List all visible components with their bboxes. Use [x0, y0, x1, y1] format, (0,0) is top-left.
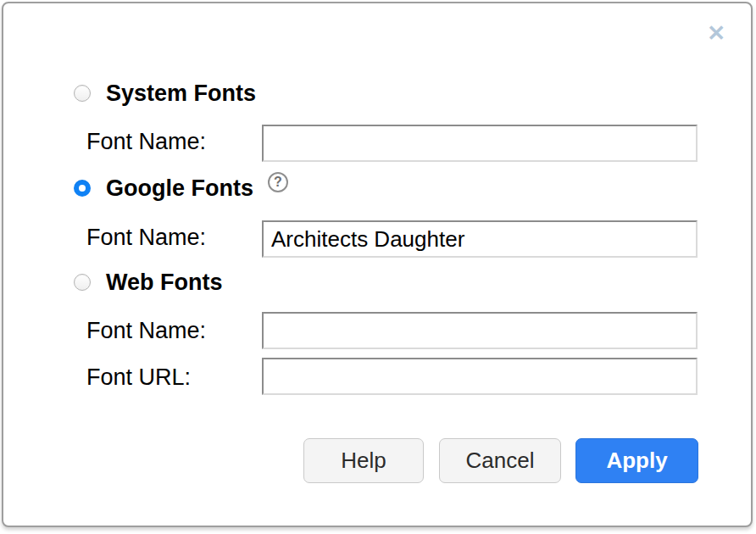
help-icon[interactable]: ? [268, 172, 288, 192]
system-font-name-label: Font Name: [86, 128, 206, 155]
help-button[interactable]: Help [303, 438, 424, 483]
radio-selected-icon[interactable] [74, 180, 91, 197]
web-font-name-input[interactable] [262, 312, 698, 349]
font-settings-dialog: ✕ System Fonts Font Name: Google Fonts ?… [2, 2, 753, 527]
apply-button[interactable]: Apply [575, 438, 698, 483]
option-label-system-fonts: System Fonts [106, 81, 256, 107]
google-font-name-label: Font Name: [86, 224, 206, 251]
web-font-name-label: Font Name: [86, 317, 206, 344]
option-label-web-fonts: Web Fonts [106, 270, 223, 296]
radio-unselected-icon[interactable] [74, 274, 91, 291]
system-font-name-input[interactable] [262, 125, 698, 162]
web-font-url-label: Font URL: [86, 364, 191, 391]
close-icon[interactable]: ✕ [707, 22, 725, 44]
radio-unselected-icon[interactable] [74, 85, 91, 102]
google-font-name-input[interactable] [262, 220, 698, 258]
radio-option-web-fonts[interactable]: Web Fonts [74, 270, 223, 295]
radio-option-system-fonts[interactable]: System Fonts [74, 81, 256, 106]
web-font-url-input[interactable] [262, 358, 698, 395]
option-label-google-fonts: Google Fonts [106, 175, 253, 202]
cancel-button[interactable]: Cancel [439, 438, 561, 483]
radio-option-google-fonts[interactable]: Google Fonts [74, 175, 253, 201]
